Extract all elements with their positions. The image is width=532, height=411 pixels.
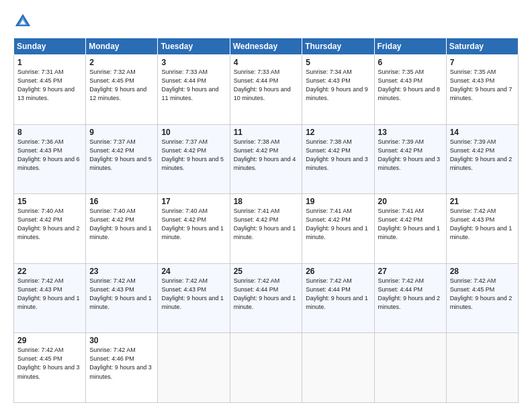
calendar-table: SundayMondayTuesdayWednesdayThursdayFrid… (13, 38, 519, 403)
calendar-cell: 23Sunrise: 7:42 AMSunset: 4:43 PMDayligh… (86, 263, 158, 333)
calendar-cell: 13Sunrise: 7:39 AMSunset: 4:42 PMDayligh… (374, 124, 446, 194)
day-number: 26 (306, 267, 370, 276)
day-number: 27 (378, 267, 443, 276)
day-number: 19 (306, 197, 370, 206)
calendar-row: 22Sunrise: 7:42 AMSunset: 4:43 PMDayligh… (14, 263, 519, 333)
col-header-friday: Friday (374, 38, 446, 55)
calendar-cell: 17Sunrise: 7:40 AMSunset: 4:42 PMDayligh… (158, 194, 230, 264)
day-info: Sunrise: 7:42 AMSunset: 4:43 PMDaylight:… (17, 277, 82, 312)
day-info: Sunrise: 7:35 AMSunset: 4:43 PMDaylight:… (450, 68, 515, 103)
calendar-cell (158, 333, 230, 403)
day-number: 7 (450, 58, 515, 67)
calendar-cell: 14Sunrise: 7:39 AMSunset: 4:42 PMDayligh… (446, 124, 518, 194)
day-info: Sunrise: 7:31 AMSunset: 4:45 PMDaylight:… (17, 68, 82, 103)
day-info: Sunrise: 7:37 AMSunset: 4:42 PMDaylight:… (89, 138, 154, 173)
day-info: Sunrise: 7:41 AMSunset: 4:42 PMDaylight:… (306, 207, 370, 242)
day-info: Sunrise: 7:37 AMSunset: 4:42 PMDaylight:… (161, 138, 226, 173)
calendar-cell: 24Sunrise: 7:42 AMSunset: 4:43 PMDayligh… (158, 263, 230, 333)
day-info: Sunrise: 7:42 AMSunset: 4:45 PMDaylight:… (17, 346, 82, 381)
calendar-cell: 20Sunrise: 7:41 AMSunset: 4:42 PMDayligh… (374, 194, 446, 264)
day-number: 10 (161, 128, 226, 137)
calendar-row: 8Sunrise: 7:36 AMSunset: 4:43 PMDaylight… (14, 124, 519, 194)
day-number: 25 (234, 267, 299, 276)
day-number: 11 (234, 128, 299, 137)
calendar-row: 1Sunrise: 7:31 AMSunset: 4:45 PMDaylight… (14, 55, 519, 125)
calendar-cell: 19Sunrise: 7:41 AMSunset: 4:42 PMDayligh… (302, 194, 374, 264)
day-info: Sunrise: 7:40 AMSunset: 4:42 PMDaylight:… (17, 207, 82, 242)
calendar-cell (374, 333, 446, 403)
day-info: Sunrise: 7:42 AMSunset: 4:46 PMDaylight:… (89, 346, 154, 381)
calendar-cell: 25Sunrise: 7:42 AMSunset: 4:44 PMDayligh… (230, 263, 302, 333)
col-header-monday: Monday (86, 38, 158, 55)
calendar-row: 29Sunrise: 7:42 AMSunset: 4:45 PMDayligh… (14, 333, 519, 403)
day-info: Sunrise: 7:39 AMSunset: 4:42 PMDaylight:… (450, 138, 515, 173)
day-number: 15 (17, 197, 82, 206)
day-info: Sunrise: 7:36 AMSunset: 4:43 PMDaylight:… (17, 138, 82, 173)
logo-icon (13, 12, 32, 31)
calendar-cell: 16Sunrise: 7:40 AMSunset: 4:42 PMDayligh… (86, 194, 158, 264)
calendar-cell: 29Sunrise: 7:42 AMSunset: 4:45 PMDayligh… (14, 333, 86, 403)
day-number: 9 (89, 128, 154, 137)
day-info: Sunrise: 7:38 AMSunset: 4:42 PMDaylight:… (306, 138, 370, 173)
day-number: 13 (378, 128, 443, 137)
day-number: 29 (17, 336, 82, 345)
calendar-cell: 18Sunrise: 7:41 AMSunset: 4:42 PMDayligh… (230, 194, 302, 264)
logo (13, 12, 35, 31)
calendar-cell: 26Sunrise: 7:42 AMSunset: 4:44 PMDayligh… (302, 263, 374, 333)
day-number: 28 (450, 267, 515, 276)
day-info: Sunrise: 7:42 AMSunset: 4:44 PMDaylight:… (306, 277, 370, 312)
calendar-header-row: SundayMondayTuesdayWednesdayThursdayFrid… (14, 38, 519, 55)
calendar-cell (446, 333, 518, 403)
calendar-cell: 12Sunrise: 7:38 AMSunset: 4:42 PMDayligh… (302, 124, 374, 194)
calendar-cell: 2Sunrise: 7:32 AMSunset: 4:45 PMDaylight… (86, 55, 158, 125)
col-header-thursday: Thursday (302, 38, 374, 55)
day-number: 24 (161, 267, 226, 276)
calendar-cell: 5Sunrise: 7:34 AMSunset: 4:43 PMDaylight… (302, 55, 374, 125)
day-number: 20 (378, 197, 443, 206)
day-info: Sunrise: 7:33 AMSunset: 4:44 PMDaylight:… (234, 68, 299, 103)
day-info: Sunrise: 7:42 AMSunset: 4:45 PMDaylight:… (450, 277, 515, 312)
col-header-tuesday: Tuesday (158, 38, 230, 55)
calendar-cell: 15Sunrise: 7:40 AMSunset: 4:42 PMDayligh… (14, 194, 86, 264)
calendar-cell: 1Sunrise: 7:31 AMSunset: 4:45 PMDaylight… (14, 55, 86, 125)
calendar-cell: 10Sunrise: 7:37 AMSunset: 4:42 PMDayligh… (158, 124, 230, 194)
day-info: Sunrise: 7:32 AMSunset: 4:45 PMDaylight:… (89, 68, 154, 103)
day-number: 16 (89, 197, 154, 206)
page: SundayMondayTuesdayWednesdayThursdayFrid… (0, 0, 532, 411)
col-header-wednesday: Wednesday (230, 38, 302, 55)
day-info: Sunrise: 7:34 AMSunset: 4:43 PMDaylight:… (306, 68, 370, 103)
day-info: Sunrise: 7:40 AMSunset: 4:42 PMDaylight:… (161, 207, 226, 242)
calendar-cell: 11Sunrise: 7:38 AMSunset: 4:42 PMDayligh… (230, 124, 302, 194)
day-number: 8 (17, 128, 82, 137)
calendar-cell: 28Sunrise: 7:42 AMSunset: 4:45 PMDayligh… (446, 263, 518, 333)
calendar-cell: 8Sunrise: 7:36 AMSunset: 4:43 PMDaylight… (14, 124, 86, 194)
day-number: 21 (450, 197, 515, 206)
day-number: 30 (89, 336, 154, 345)
calendar-cell (302, 333, 374, 403)
header (13, 12, 519, 31)
calendar-cell: 9Sunrise: 7:37 AMSunset: 4:42 PMDaylight… (86, 124, 158, 194)
day-number: 17 (161, 197, 226, 206)
day-number: 12 (306, 128, 370, 137)
day-number: 14 (450, 128, 515, 137)
calendar-row: 15Sunrise: 7:40 AMSunset: 4:42 PMDayligh… (14, 194, 519, 264)
day-number: 6 (378, 58, 443, 67)
day-info: Sunrise: 7:33 AMSunset: 4:44 PMDaylight:… (161, 68, 226, 103)
calendar-cell: 22Sunrise: 7:42 AMSunset: 4:43 PMDayligh… (14, 263, 86, 333)
day-info: Sunrise: 7:39 AMSunset: 4:42 PMDaylight:… (378, 138, 443, 173)
day-number: 18 (234, 197, 299, 206)
day-info: Sunrise: 7:38 AMSunset: 4:42 PMDaylight:… (234, 138, 299, 173)
calendar-cell: 3Sunrise: 7:33 AMSunset: 4:44 PMDaylight… (158, 55, 230, 125)
day-info: Sunrise: 7:42 AMSunset: 4:44 PMDaylight:… (378, 277, 443, 312)
day-info: Sunrise: 7:35 AMSunset: 4:43 PMDaylight:… (378, 68, 443, 103)
day-info: Sunrise: 7:42 AMSunset: 4:43 PMDaylight:… (89, 277, 154, 312)
day-info: Sunrise: 7:41 AMSunset: 4:42 PMDaylight:… (234, 207, 299, 242)
calendar-cell: 21Sunrise: 7:42 AMSunset: 4:43 PMDayligh… (446, 194, 518, 264)
day-number: 2 (89, 58, 154, 67)
day-number: 5 (306, 58, 370, 67)
day-info: Sunrise: 7:40 AMSunset: 4:42 PMDaylight:… (89, 207, 154, 242)
day-info: Sunrise: 7:42 AMSunset: 4:43 PMDaylight:… (450, 207, 515, 242)
day-info: Sunrise: 7:41 AMSunset: 4:42 PMDaylight:… (378, 207, 443, 242)
day-number: 4 (234, 58, 299, 67)
col-header-saturday: Saturday (446, 38, 518, 55)
